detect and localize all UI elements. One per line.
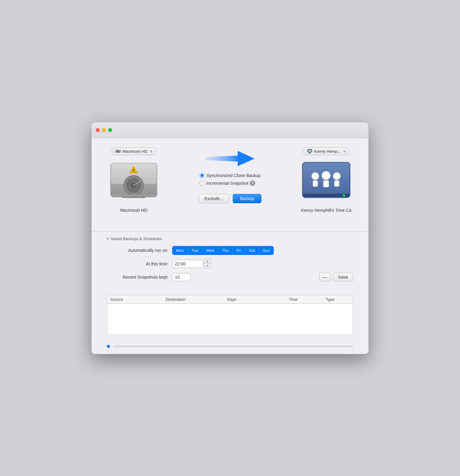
backup-button[interactable]: Backup [233,194,261,203]
maximize-button[interactable] [108,128,112,132]
incremental-snapshot-option[interactable]: Incremental Snapshot [200,181,248,186]
source-chevron-icon: ⇅ [150,150,152,153]
destination-selector-label: Kenny Hemp... [314,149,341,154]
backups-table: Source Destination Days Time Type [107,295,353,335]
snapshots-label: Recent Snapshots kept: [107,275,168,280]
schedules-section: ▾ Saved Backups & Schedules Automaticall… [91,232,369,292]
svg-point-24 [308,150,309,151]
help-icon[interactable]: ? [250,180,255,186]
titlebar [91,122,369,138]
svg-rect-35 [323,180,329,187]
source-selector[interactable]: Macintosh HD ⇅ [112,147,156,155]
progress-dot-icon [107,345,110,348]
backup-options: Synchronized Clone Backup Incremental Sn… [200,173,261,186]
svg-marker-18 [205,155,239,162]
time-row: At this time: ▲ ▼ [107,259,353,268]
toggle-arrow-icon: ▾ [107,237,109,241]
svg-point-13 [139,180,142,182]
snapshots-row: Recent Snapshots kept: — Save [107,273,353,281]
main-window: Macintosh HD ⇅ [91,122,369,354]
col-days: Days [227,297,289,302]
traffic-lights [96,128,112,132]
synchronized-clone-option[interactable]: Synchronized Clone Backup [200,173,261,178]
day-sun-button[interactable]: Sun [259,246,273,255]
progress-area [91,341,369,354]
synchronized-clone-label: Synchronized Clone Backup [207,173,261,178]
section-toggle[interactable]: ▾ Saved Backups & Schedules [107,236,353,241]
svg-point-32 [312,172,319,180]
svg-text:!: ! [133,168,135,173]
exclude-button[interactable]: Exclude... [199,194,229,203]
svg-rect-25 [309,151,309,152]
day-wed-button[interactable]: Wed [202,246,218,255]
col-time: Time [289,297,326,302]
destination-drive-container: Kenny Hemp... ⇅ [299,147,353,213]
col-source: Source [110,297,166,302]
auto-run-label: Automatically run on: [107,248,168,253]
svg-point-26 [309,150,310,151]
svg-marker-19 [238,151,255,166]
svg-point-40 [343,194,345,196]
svg-rect-37 [334,180,339,187]
svg-point-28 [310,150,311,151]
backup-arrow-icon [205,148,255,169]
svg-point-3 [117,151,118,152]
destination-drive-illustration [299,158,353,205]
time-input-container: ▲ ▼ [172,259,211,268]
svg-rect-14 [111,195,156,196]
svg-rect-29 [310,151,311,152]
svg-rect-27 [309,151,310,152]
day-tue-button[interactable]: Tue [188,246,202,255]
synchronized-clone-radio[interactable] [200,173,204,178]
table-body [107,304,353,335]
save-button[interactable]: Save [333,273,353,281]
svg-point-36 [333,172,341,180]
table-header: Source Destination Days Time Type [107,295,353,304]
svg-rect-33 [313,180,318,187]
close-button[interactable] [96,128,100,132]
backup-section: Macintosh HD ⇅ [107,147,353,222]
buttons-row: Exclude... Backup [199,194,261,203]
time-label: At this time: [107,261,168,266]
destination-chevron-icon: ⇅ [343,150,346,153]
minus-button[interactable]: — [319,273,330,281]
destination-selector[interactable]: Kenny Hemp... ⇅ [304,147,349,155]
destination-label: Kenny Hemphill's Time Ca [301,208,352,213]
svg-rect-23 [308,153,311,153]
svg-rect-38 [303,194,349,197]
day-thu-button[interactable]: Thu [218,246,233,255]
source-label: Macintosh HD [120,208,147,213]
day-mon-button[interactable]: Mon [172,246,188,255]
svg-point-34 [322,171,330,180]
section-toggle-label: Saved Backups & Schedules [111,236,162,241]
col-type: Type [326,297,353,302]
time-stepper: ▲ ▼ [204,259,211,268]
svg-rect-31 [303,163,349,197]
time-input[interactable] [172,260,203,268]
svg-rect-17 [122,196,145,198]
incremental-snapshot-radio[interactable] [200,181,204,186]
auto-run-row: Automatically run on: Mon Tue Wed Thu Fr… [107,246,353,255]
time-stepper-down[interactable]: ▼ [204,264,211,268]
backup-content: Macintosh HD ⇅ [91,138,369,231]
source-selector-label: Macintosh HD [123,149,148,154]
col-destination: Destination [166,297,227,302]
destination-network-small-icon [307,149,313,153]
time-stepper-up[interactable]: ▲ [204,260,211,264]
snapshots-input[interactable] [172,273,191,281]
day-fri-button[interactable]: Fri [233,246,245,255]
source-drive-container: Macintosh HD ⇅ [107,147,161,213]
progress-bar [113,346,353,347]
arrow-container: Synchronized Clone Backup Incremental Sn… [167,148,293,212]
source-hd-small-icon [115,149,121,153]
day-sat-button[interactable]: Sat [245,246,259,255]
svg-rect-22 [309,152,311,153]
incremental-snapshot-label: Incremental Snapshot [207,181,248,186]
day-buttons-group: Mon Tue Wed Thu Fri Sat Sun [172,246,274,255]
minimize-button[interactable] [102,128,106,132]
source-hd-illustration: ! [107,158,161,205]
